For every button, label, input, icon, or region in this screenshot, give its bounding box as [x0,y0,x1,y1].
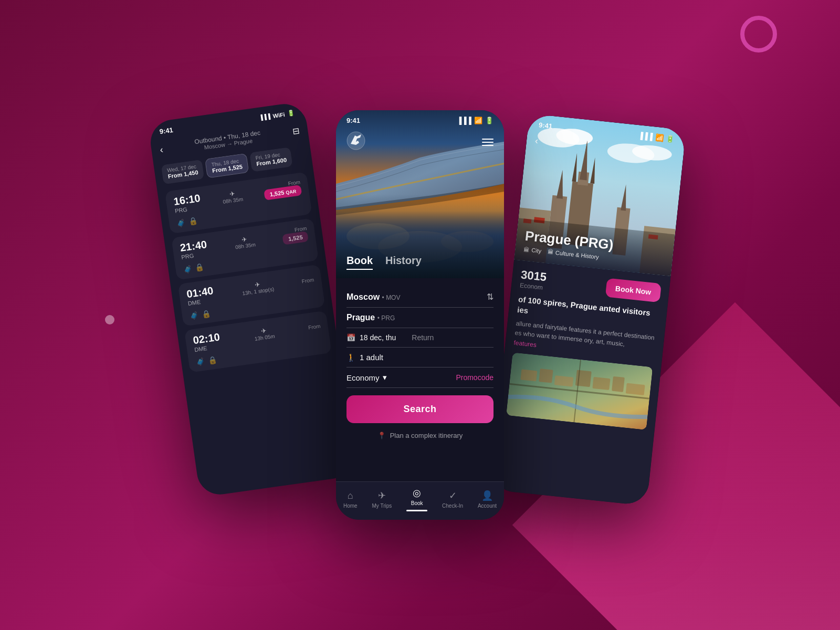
filter-icon[interactable]: ⊟ [292,125,300,136]
battery-icon-center: 🔋 [485,117,494,124]
right-hero: 9:41 ▐▐▐ 📶 🔋 ‹ Prague (PRG) 🏛 C [514,113,686,276]
time-left: 9:41 [159,126,174,135]
date-value: 18 dec, thu [360,333,396,342]
search-button[interactable]: Search [346,395,494,423]
svg-rect-28 [539,369,553,383]
hamburger-line-2 [482,142,494,143]
book-history-tabs: Book History [346,255,422,270]
promo-code-field[interactable]: Promocode [456,373,494,382]
nav-home-label: Home [343,503,358,509]
nav-book-label: Book [411,500,423,506]
chevron-down-icon: ▾ [383,373,387,382]
swap-button[interactable]: ⇅ [487,292,494,302]
nav-my-trips[interactable]: ✈ My Trips [372,490,392,509]
time-right: 9:41 [539,121,553,130]
signal-icon: ▐▐▐ [259,113,271,121]
complex-itinerary-label: Plan a complex itinerary [390,432,463,439]
destination-code: • PRG [377,314,395,322]
book-icon: ◎ [413,487,421,499]
amenity-icon-bag-2: 🧳 [189,311,199,320]
search-form: Moscow • MOV ⇅ Prague • PRG 📅 18 dec [336,278,504,481]
svg-rect-27 [520,369,537,381]
nav-checkin[interactable]: ✓ Check-In [442,490,463,509]
battery-icon-right: 🔋 [666,134,675,143]
checkin-icon: ✓ [449,490,457,501]
signal-icon-right: ▐▐▐ [638,131,653,141]
time-center: 9:41 [346,117,360,124]
passengers-field[interactable]: 🚶 1 adult [346,348,494,368]
hamburger-line-3 [482,145,494,146]
status-icons-left: ▐▐▐ WiFi 🔋 [259,109,296,121]
nav-book[interactable]: ◎ Book [406,487,427,511]
phone-right: 9:41 ▐▐▐ 📶 🔋 ‹ Prague (PRG) 🏛 C [490,113,686,506]
cabin-promo-row: Economy ▾ Promocode [346,368,494,388]
amenity-icon-lock-3: 🔒 [207,355,217,364]
amenity-icon-lock-2: 🔒 [201,309,211,318]
destination-field[interactable]: Prague • PRG [346,308,494,328]
trips-icon: ✈ [378,490,386,501]
center-hero: 9:41 ▐▐▐ 📶 🔋 [336,110,504,278]
bottom-navigation: ⌂ Home ✈ My Trips ◎ Book ✓ Check-In � [336,481,504,520]
book-now-button[interactable]: Book Now [605,278,662,302]
origin-city: Moscow [346,292,380,301]
nav-trips-label: My Trips [372,503,392,509]
svg-rect-32 [612,376,625,392]
date-row[interactable]: 📅 18 dec, thu Return [346,328,494,348]
amenity-icon-bag-3: 🧳 [196,357,206,366]
airline-logo [346,131,365,153]
phone-center: 9:41 ▐▐▐ 📶 🔋 [336,110,504,520]
destination-city: Prague [346,313,375,322]
nav-checkin-label: Check-In [442,503,463,509]
status-bar-center: 9:41 ▐▐▐ 📶 🔋 [336,110,504,128]
cabin-class-select[interactable]: Economy ▾ [346,373,387,382]
amenity-icon-lock: 🔒 [188,216,198,226]
city-aerial-image [506,352,653,429]
home-icon: ⌂ [348,490,353,501]
center-navbar [336,131,504,153]
nav-home[interactable]: ⌂ Home [343,490,358,509]
nav-account-label: Account [478,503,497,509]
phones-container: 9:41 ▐▐▐ WiFi 🔋 ‹ Outbound • Thu, 18 dec… [158,79,682,551]
amenity-icon-bag: 🧳 [176,218,186,227]
passenger-icon: 🚶 [346,353,355,362]
svg-rect-33 [626,383,645,395]
account-icon: 👤 [481,490,493,501]
map-pin-icon: 📍 [377,432,386,439]
wifi-icon: WiFi [272,111,286,119]
return-label[interactable]: Return [412,333,434,342]
wifi-icon-right: 📶 [655,133,664,142]
calendar-icon: 📅 [346,333,355,342]
hamburger-menu[interactable] [482,139,494,146]
signal-icon-center: ▐▐▐ [457,117,471,124]
tab-history[interactable]: History [385,255,422,270]
culture-icon: 🏛 [547,248,553,255]
status-icons-center: ▐▐▐ 📶 🔋 [457,117,494,124]
svg-rect-31 [592,377,610,390]
wifi-icon-center: 📶 [474,117,482,124]
nav-account[interactable]: 👤 Account [478,490,497,509]
origin-code: • MOV [382,294,401,301]
flight-from-label-2: From [301,277,314,284]
amenity-icon-bag-1: 🧳 [183,264,193,274]
passenger-count: 1 adult [360,353,383,362]
back-button-left[interactable]: ‹ [159,144,164,155]
amenity-icon-lock-1: 🔒 [195,262,205,272]
flight-from-label-3: From [308,323,321,330]
tab-book[interactable]: Book [346,255,373,270]
hamburger-line-1 [482,139,494,140]
complex-itinerary-link[interactable]: 📍 Plan a complex itinerary [346,428,494,443]
cabin-class-value: Economy [346,373,380,382]
origin-field[interactable]: Moscow • MOV ⇅ [346,287,494,308]
city-tag-label: City [531,247,542,254]
svg-rect-29 [554,375,574,387]
battery-icon: 🔋 [287,109,296,117]
active-indicator [406,510,427,511]
departure-date[interactable]: 📅 18 dec, thu [346,333,396,342]
status-icons-right: ▐▐▐ 📶 🔋 [638,131,675,143]
aerial-bg [506,352,653,429]
city-icon: 🏛 [523,246,530,253]
bg-decoration-circle [740,16,777,52]
features-text: features [513,339,537,349]
bg-decoration-dot [105,315,114,324]
right-content: 3015 Econom Book Now of 100 spires, Prag… [490,260,670,506]
